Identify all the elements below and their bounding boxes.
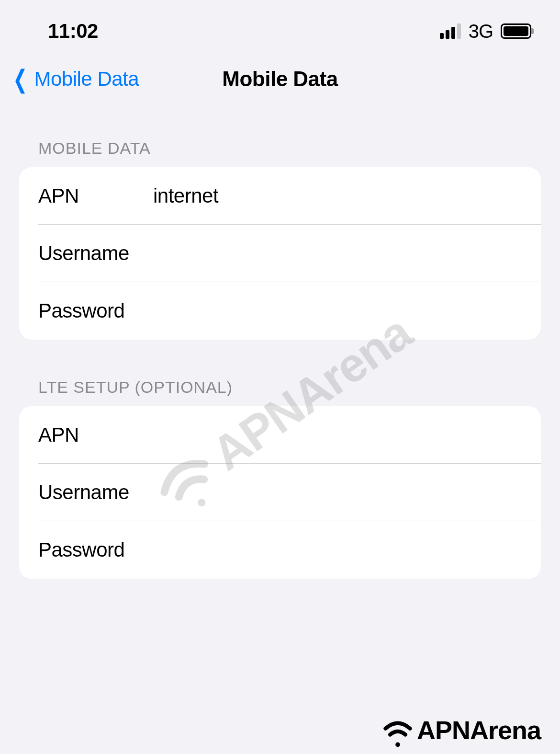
lte-password-row[interactable]: Password [19, 521, 541, 579]
battery-icon [501, 23, 531, 39]
lte-apn-row[interactable]: APN [19, 406, 541, 464]
network-type: 3G [469, 21, 493, 42]
back-label: Mobile Data [34, 68, 139, 91]
lte-apn-label: APN [38, 423, 153, 446]
lte-apn-input[interactable] [153, 423, 522, 446]
back-button[interactable]: ❮ Mobile Data [10, 67, 139, 91]
status-bar: 11:02 3G [0, 0, 560, 53]
password-row[interactable]: Password [19, 282, 541, 340]
section-header-lte-setup: LTE SETUP (OPTIONAL) [19, 340, 541, 406]
username-row[interactable]: Username [19, 225, 541, 282]
page-title: Mobile Data [222, 67, 337, 91]
password-input[interactable] [153, 299, 522, 322]
status-time: 11:02 [48, 20, 98, 43]
wifi-icon [379, 711, 417, 749]
status-indicators: 3G [440, 21, 531, 42]
navigation-bar: ❮ Mobile Data Mobile Data [0, 53, 560, 105]
mobile-data-card: APN Username Password [19, 167, 541, 340]
lte-username-row[interactable]: Username [19, 464, 541, 521]
lte-username-label: Username [38, 481, 153, 504]
lte-username-input[interactable] [153, 481, 522, 504]
username-label: Username [38, 242, 153, 265]
watermark-bottom: APNArena [379, 711, 541, 749]
watermark-text: APNArena [417, 715, 541, 745]
apn-input[interactable] [153, 184, 522, 207]
lte-setup-card: APN Username Password [19, 406, 541, 579]
apn-label: APN [38, 184, 153, 207]
apn-row[interactable]: APN [19, 167, 541, 225]
lte-password-label: Password [38, 538, 153, 561]
chevron-left-icon: ❮ [13, 67, 27, 91]
lte-password-input[interactable] [153, 538, 522, 561]
password-label: Password [38, 299, 153, 322]
section-header-mobile-data: MOBILE DATA [19, 105, 541, 167]
content: MOBILE DATA APN Username Password LTE SE… [0, 105, 560, 579]
signal-icon [440, 23, 461, 39]
username-input[interactable] [153, 242, 522, 265]
